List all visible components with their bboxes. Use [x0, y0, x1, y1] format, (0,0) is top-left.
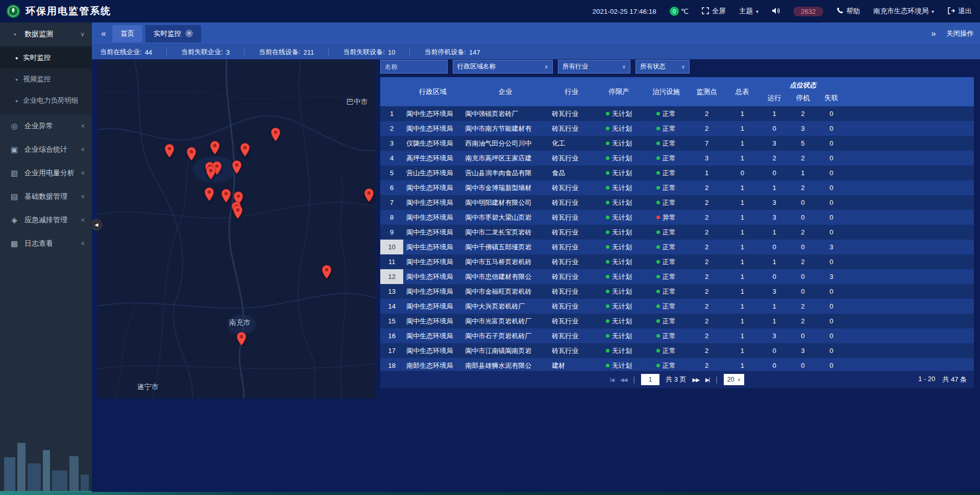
sidebar-group-label: 企业综合统计 — [24, 145, 81, 154]
table-row[interactable]: 3仪陇生态环境局西南油气田分公司川中化工无计划正常71350 — [380, 136, 974, 151]
map-pin-icon[interactable] — [232, 160, 242, 174]
table-row[interactable]: 1阆中生态环境局阆中强锐页岩砖厂砖瓦行业无计划正常21120 — [380, 106, 974, 121]
collapse-panel-button[interactable]: ◀ — [91, 219, 102, 230]
map-pin-icon[interactable] — [186, 147, 197, 161]
row-filler — [846, 314, 974, 328]
app-logo-icon — [6, 4, 20, 18]
col-header-company[interactable]: 企业 — [462, 77, 549, 106]
tabs-scroll-right-button[interactable]: » — [926, 29, 941, 39]
col-header-meters[interactable]: 总表 — [724, 77, 760, 106]
next-page-button[interactable]: ▶▶ — [692, 377, 699, 383]
col-header-run[interactable]: 运行 — [760, 93, 789, 103]
row-limit-status: 无计划 — [595, 314, 643, 328]
sidebar-group-company-statistics[interactable]: ▣企业综合统计< — [0, 138, 92, 161]
status-dot — [656, 290, 660, 293]
status-dot — [606, 216, 609, 219]
name-filter-input[interactable] — [380, 60, 448, 74]
table-row[interactable]: 6阆中生态环境局阆中市金博瑞新型墙材砖瓦行业无计划正常21120 — [380, 180, 974, 195]
sidebar-group-company-abnormal[interactable]: ◎企业异常< — [0, 114, 92, 138]
fullscreen-button[interactable]: 全屏 — [702, 7, 726, 16]
col-header-lost[interactable]: 失联 — [817, 93, 846, 103]
row-filler — [846, 240, 974, 254]
org-dropdown[interactable]: 南充市生态环境局 ▾ — [873, 7, 934, 16]
map-canvas[interactable]: 巴中市南充市遂宁市 — [97, 60, 376, 398]
row-index: 3 — [380, 136, 403, 151]
col-header-industry[interactable]: 行业 — [549, 77, 595, 106]
sidebar-item-realtime-monitor[interactable]: •实时监控 — [0, 47, 92, 68]
status-filter-select[interactable]: 所有状态 ∨ — [635, 60, 690, 74]
row-company: 阆中市石子页岩机砖厂 — [462, 328, 549, 343]
alarm-sound-button[interactable] — [772, 7, 780, 16]
map-pin-icon[interactable] — [233, 205, 243, 220]
pagination-bar: |◀ ◀◀ | 共 3 页 ▶▶ ▶| | 20 ∨ — [380, 371, 974, 388]
table-row[interactable]: 8阆中生态环境局阆中市枣碧大梁山页岩砖瓦行业无计划异常21300 — [380, 210, 974, 225]
row-filler — [846, 269, 974, 284]
map-pin-icon[interactable] — [236, 332, 247, 346]
table-row[interactable]: 16阆中生态环境局阆中市石子页岩机砖厂砖瓦行业无计划正常21300 — [380, 328, 974, 343]
tabs-scroll-left-button[interactable]: « — [96, 29, 111, 39]
industry-filter-select[interactable]: 所有行业 ∨ — [558, 60, 630, 74]
stat-item: 当前失联设备:10 — [343, 49, 410, 56]
map-city-label: 遂宁市 — [137, 383, 159, 392]
table-row[interactable]: 5营山生态环境局营山县润丰肉食品有限食品无计划正常10010 — [380, 166, 974, 180]
map-pin-icon[interactable] — [364, 188, 374, 202]
row-run: 3 — [760, 284, 789, 299]
theme-dropdown[interactable]: 主题 ▾ — [739, 7, 758, 16]
table-row[interactable]: 4高坪生态环境局南充市高坪区王家店建砖瓦行业无计划正常31220 — [380, 151, 974, 166]
sidebar-item-video-monitor[interactable]: •视频监控 — [0, 68, 92, 90]
first-page-button[interactable]: |◀ — [610, 377, 614, 383]
table-row[interactable]: 7阆中生态环境局阆中明阳建材有限公司砖瓦行业无计划正常21300 — [380, 195, 974, 210]
region-filter-select[interactable]: 行政区域名称 ∨ — [453, 60, 553, 74]
sidebar-group-base-data[interactable]: ▤基础数据管理< — [0, 185, 92, 208]
close-operations-button[interactable]: 关闭操作 — [946, 29, 974, 38]
table-row[interactable]: 10阆中生态环境局阆中千佛镇五郎垭页岩砖瓦行业无计划正常21003 — [380, 240, 974, 254]
table-row[interactable]: 13阆中生态环境局阆中市金福旺页岩机砖砖瓦行业无计划正常21300 — [380, 284, 974, 299]
col-header-stop[interactable]: 停机 — [789, 93, 817, 103]
col-header-region[interactable]: 行政区域 — [403, 77, 462, 106]
table-row[interactable]: 2阆中生态环境局阆中市南方节能建材有砖瓦行业无计划正常21030 — [380, 121, 974, 136]
map-pin-icon[interactable] — [322, 265, 332, 279]
table-row[interactable]: 17阆中生态环境局阆中市江南镇阆南页岩砖瓦行业无计划正常21030 — [380, 343, 974, 358]
map-pin-icon[interactable] — [271, 127, 281, 142]
page-number-input[interactable] — [641, 374, 659, 385]
help-button[interactable]: 帮助 — [837, 7, 860, 16]
sidebar-group-label: 日志查看 — [24, 239, 81, 248]
col-header-points[interactable]: 监测点 — [689, 77, 725, 106]
map-pin-icon[interactable] — [221, 188, 231, 203]
sidebar-submenu: •实时监控•视频监控•企业电力负荷明细 — [0, 46, 92, 114]
table-row[interactable]: 11阆中生态环境局阆中市五马桥页岩机砖砖瓦行业无计划正常21120 — [380, 254, 974, 269]
row-facility-status: 正常 — [643, 225, 689, 240]
sidebar-group-emergency-reduction[interactable]: ◈应急减排管理< — [0, 208, 92, 232]
map-pin-icon[interactable] — [210, 140, 220, 155]
table-row[interactable]: 18南部生态环境局南部县雄狮水泥有限公建材无计划正常21000 — [380, 358, 974, 371]
table-row[interactable]: 9阆中生态环境局阆中市二龙长宝页岩砖砖瓦行业无计划正常21120 — [380, 225, 974, 240]
map-pin-icon[interactable] — [204, 187, 214, 201]
tab-home[interactable]: 首页 — [112, 25, 142, 42]
prev-page-button[interactable]: ◀◀ — [620, 377, 627, 383]
sidebar-item-power-load-detail[interactable]: •企业电力负荷明细 — [0, 90, 92, 111]
col-header-limit[interactable]: 停限产 — [595, 77, 643, 106]
last-page-button[interactable]: ▶| — [705, 377, 709, 383]
row-meters: 1 — [724, 269, 760, 284]
page-size-select[interactable]: 20 ∨ — [724, 374, 745, 385]
row-industry: 砖瓦行业 — [549, 225, 595, 240]
col-header-facility[interactable]: 治污设施 — [643, 77, 689, 106]
sidebar-group-data-monitoring[interactable]: ◔数据监测∨ — [0, 22, 92, 46]
table-row[interactable]: 15阆中生态环境局阆中市光富页岩机砖厂砖瓦行业无计划正常21120 — [380, 314, 974, 328]
map-pin-icon[interactable] — [206, 166, 216, 180]
map-pin-icon[interactable] — [164, 144, 175, 158]
row-run: 0 — [760, 166, 789, 180]
table-row[interactable]: 12阆中生态环境局阆中市忠信建材有限公砖瓦行业无计划正常21003 — [380, 269, 974, 284]
sidebar-group-power-analysis[interactable]: ▥企业用电量分析< — [0, 161, 92, 185]
row-limit-status: 无计划 — [595, 328, 643, 343]
table-row[interactable]: 14阆中生态环境局阆中大兴页岩机砖厂砖瓦行业无计划正常21120 — [380, 299, 974, 314]
row-points: 2 — [689, 210, 725, 225]
row-stop: 5 — [789, 136, 817, 151]
logout-button[interactable]: 退出 — [947, 7, 972, 16]
tab-realtime-monitor[interactable]: 实时监控× — [145, 25, 201, 42]
sidebar-group-log-view[interactable]: ▦日志查看< — [0, 232, 92, 255]
close-icon[interactable]: × — [185, 30, 193, 37]
map-pin-icon[interactable] — [240, 143, 250, 157]
row-meters: 1 — [724, 151, 760, 166]
alarm-count-badge[interactable]: 2632 — [793, 7, 823, 16]
